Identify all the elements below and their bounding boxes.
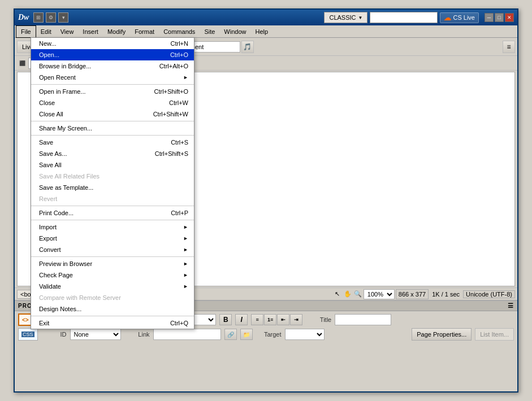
panel-toggle-button[interactable]: ≡ (503, 41, 515, 53)
menu-item-save-all-related: Save All Related Files (31, 171, 194, 182)
restore-button[interactable]: □ (495, 13, 504, 22)
dimensions-display: 866 x 377 (396, 289, 429, 299)
separator-1 (31, 84, 194, 85)
submenu-arrow-validate: ► (183, 284, 188, 289)
cslive-button[interactable]: ☁ CS Live (440, 12, 479, 23)
separator-2 (31, 121, 194, 121)
menu-item-save-template[interactable]: Save as Template... (31, 182, 194, 193)
submenu-arrow-convert: ► (183, 247, 188, 252)
minimize-button[interactable]: ─ (485, 13, 494, 22)
submenu-arrow-open-recent: ► (183, 75, 188, 80)
submenu-arrow-check: ► (183, 272, 188, 278)
menu-item-save-as[interactable]: Save As... Ctrl+Shift+S (31, 148, 194, 159)
id-label: ID (41, 331, 67, 338)
link-browse-button[interactable]: 🔗 (224, 329, 237, 340)
list-buttons: ≡ 1≡ ⇤ ⇥ (251, 314, 302, 325)
target-label: Target (256, 331, 282, 338)
separator-6 (31, 256, 194, 257)
audio-icon-button[interactable]: 🎵 (241, 41, 254, 53)
file-dropdown-menu: New... Ctrl+N Open... Ctrl+O Browse in B… (31, 37, 194, 329)
menu-item-revert: Revert (31, 193, 194, 204)
menu-view[interactable]: View (56, 25, 79, 38)
title-property-input[interactable] (335, 314, 391, 325)
menu-help[interactable]: Help (250, 25, 273, 38)
title-bar: Dw ⊞ ⚙ ▾ CLASSIC ▼ ☁ CS Live ─ □ ✕ (15, 10, 517, 25)
menu-item-design-notes[interactable]: Design Notes... (31, 303, 194, 315)
zoom-level-select[interactable]: 100% (364, 289, 395, 299)
menu-modify[interactable]: Modify (103, 25, 130, 38)
close-button[interactable]: ✕ (505, 13, 514, 22)
ul-button[interactable]: ≡ (251, 314, 263, 325)
separator-4 (31, 206, 194, 206)
menu-item-check-page[interactable]: Check Page ► (31, 269, 194, 281)
indent-out-button[interactable]: ⇤ (277, 314, 289, 325)
props-row-2: CSS ID None Link 🔗 📁 Target Page Propert… (18, 328, 514, 341)
menu-item-browse-bridge[interactable]: Browse in Bridge... Ctrl+Alt+O (31, 60, 194, 72)
page-properties-button[interactable]: Page Properties... (412, 328, 472, 341)
menu-item-preview-browser[interactable]: Preview in Browser ► (31, 258, 194, 269)
submenu-arrow-import: ► (183, 224, 188, 230)
menu-item-open-frame[interactable]: Open in Frame... Ctrl+Shift+O (31, 86, 194, 97)
menu-format[interactable]: Format (130, 25, 159, 38)
menu-commands[interactable]: Commands (159, 25, 200, 38)
menu-item-save[interactable]: Save Ctrl+S (31, 137, 194, 148)
app-logo: Dw (18, 13, 29, 22)
code-view-icon[interactable]: ⬛ (17, 58, 27, 68)
menu-site[interactable]: Site (200, 25, 219, 38)
icon-3[interactable]: ▾ (58, 12, 68, 23)
separator-7 (31, 316, 194, 316)
menu-insert[interactable]: Insert (78, 25, 103, 38)
title-field-label: Title (306, 316, 331, 323)
file-size-display: 1K / 1 sec (430, 291, 462, 298)
menu-item-exit[interactable]: Exit Ctrl+Q (31, 317, 194, 329)
properties-panel-options: ☰ (508, 302, 514, 310)
target-select[interactable] (285, 329, 325, 340)
bold-button[interactable]: B (219, 314, 232, 325)
menu-item-export[interactable]: Export ► (31, 233, 194, 244)
icon-1[interactable]: ⊞ (33, 12, 44, 23)
link-input[interactable] (153, 329, 221, 340)
separator-5 (31, 220, 194, 220)
menu-item-open-recent[interactable]: Open Recent ► (31, 72, 194, 83)
menu-file[interactable]: File (16, 25, 36, 38)
menu-window[interactable]: Window (219, 25, 250, 38)
menu-item-convert[interactable]: Convert ► (31, 244, 194, 255)
workspace-dropdown-arrow: ▼ (358, 15, 363, 20)
search-input[interactable] (370, 12, 438, 23)
workspace-selector[interactable]: CLASSIC ▼ (324, 12, 367, 23)
encoding-display: Unicode (UTF-8) (463, 290, 515, 298)
separator-3 (31, 135, 194, 136)
menu-item-compare-remote: Compare with Remote Server (31, 292, 194, 303)
link-label: Link (124, 331, 150, 338)
icon-2[interactable]: ⚙ (46, 12, 56, 23)
id-select[interactable]: None (70, 329, 121, 340)
select-tool-icon[interactable]: ↖ (333, 290, 342, 299)
menu-item-share-screen[interactable]: Share My Screen... (31, 123, 194, 134)
list-item-button[interactable]: List Item... (475, 328, 514, 341)
menu-item-print-code[interactable]: Print Code... Ctrl+P (31, 207, 194, 219)
menu-bar: File Edit View Insert Modify Format Comm… (15, 25, 517, 38)
css-mode-button[interactable]: CSS (18, 328, 38, 341)
window-controls: ─ □ ✕ (485, 13, 514, 22)
menu-edit[interactable]: Edit (36, 25, 56, 38)
submenu-arrow-preview: ► (183, 261, 188, 267)
indent-in-button[interactable]: ⇥ (290, 314, 302, 325)
submenu-arrow-export: ► (183, 236, 188, 241)
link-folder-button[interactable]: 📁 (240, 329, 253, 340)
menu-item-open[interactable]: Open... Ctrl+O (31, 49, 194, 60)
menu-item-import[interactable]: Import ► (31, 221, 194, 233)
ol-button[interactable]: 1≡ (264, 314, 276, 325)
menu-item-close[interactable]: Close Ctrl+W (31, 97, 194, 108)
menu-item-new[interactable]: New... Ctrl+N (31, 38, 194, 49)
zoom-tool-icon[interactable]: 🔍 (353, 290, 362, 299)
menu-item-close-all[interactable]: Close All Ctrl+Shift+W (31, 108, 194, 120)
menu-item-save-all[interactable]: Save All (31, 159, 194, 171)
hand-tool-icon[interactable]: ✋ (343, 290, 352, 299)
menu-item-validate[interactable]: Validate ► (31, 281, 194, 292)
app-window: Dw ⊞ ⚙ ▾ CLASSIC ▼ ☁ CS Live ─ □ ✕ File … (14, 8, 518, 393)
italic-button[interactable]: I (235, 314, 248, 325)
